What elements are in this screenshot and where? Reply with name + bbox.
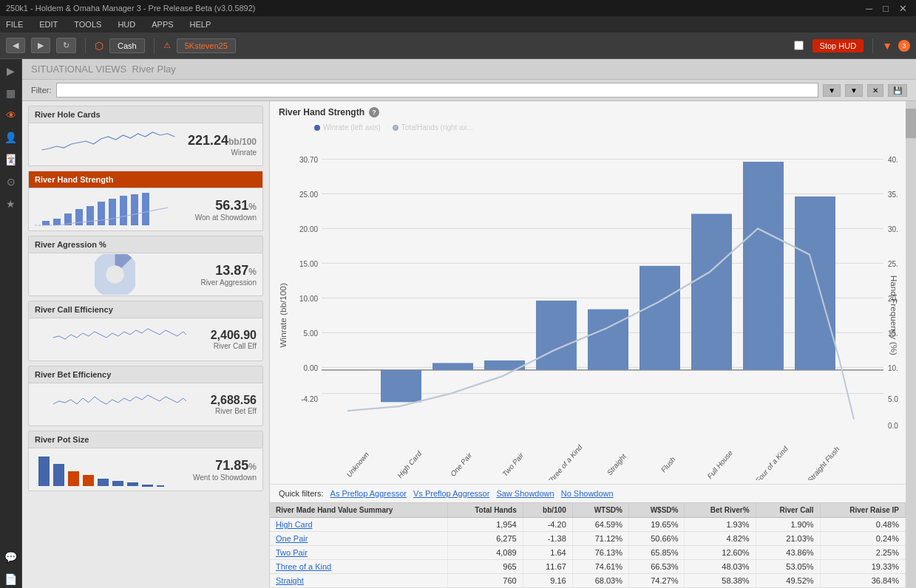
chart-legend: Winrate (left axis) TotalHands (right ax… — [314, 123, 898, 131]
svg-rect-21 — [98, 479, 109, 486]
menu-apps[interactable]: APPS — [149, 18, 176, 30]
menu-help[interactable]: HELP — [187, 18, 214, 30]
aggression-pie — [95, 254, 135, 295]
scroll-thumb[interactable] — [906, 109, 916, 138]
hole-cards-number: 221.24bb/100 — [188, 133, 257, 148]
chart-area: 30.70 25.00 20.00 15.00 10.00 5.00 0.00 … — [270, 134, 906, 484]
widget-hole-cards-body: 221.24bb/100 Winrate — [29, 123, 262, 165]
svg-text:15.00: 15.00 — [299, 259, 318, 268]
row-three-of-kind-bb100: 11.67 — [523, 560, 572, 574]
row-two-pair-wtsd: 76.13% — [572, 546, 628, 560]
svg-rect-7 — [120, 196, 127, 225]
row-one-pair-bet: 4.82% — [685, 532, 756, 546]
svg-text:Unknown: Unknown — [345, 450, 370, 479]
svg-rect-20 — [83, 475, 94, 486]
svg-text:10.00: 10.00 — [299, 293, 318, 303]
filter-dropdown-btn[interactable]: ▼ — [823, 84, 841, 97]
filter-clear-btn[interactable]: ✕ — [867, 84, 883, 97]
sidebar-icon-dashboard[interactable]: ▦ — [1, 84, 21, 102]
maximize-btn[interactable]: □ — [880, 3, 892, 14]
table-header-row: River Made Hand Value Summary Total Hand… — [270, 503, 906, 518]
svg-rect-0 — [42, 221, 50, 225]
filter-input[interactable] — [56, 83, 819, 98]
filter-badge: 3 — [898, 40, 910, 52]
sidebar-icon-star[interactable]: ★ — [1, 195, 21, 213]
toolbar-separator-2 — [154, 38, 155, 53]
svg-text:Full House: Full House — [706, 448, 734, 480]
row-one-pair-raise: 0.24% — [820, 532, 905, 546]
legend-winrate-label: Winrate (left axis) — [323, 123, 381, 131]
sidebar-icon-nav[interactable]: ▶ — [1, 62, 21, 80]
hand-strength-value: 56.31% Won at Showdown — [195, 198, 257, 222]
chart-header: River Hand Strength ? — [270, 101, 906, 123]
row-one-pair-call: 21.03% — [756, 532, 820, 546]
menu-tools[interactable]: TOOLS — [71, 18, 104, 30]
bet-eff-value: 2,688.56 River Bet Eff — [211, 394, 257, 415]
svg-text:Four of a Kind: Four of a Kind — [754, 444, 789, 480]
table-row: Two Pair 4,089 1.64 76.13% 65.85% 12.60%… — [270, 546, 906, 560]
hm-logo-icon: ⬡ — [95, 40, 104, 52]
legend-winrate-dot — [314, 125, 320, 131]
svg-text:0.00 %: 0.00 % — [888, 420, 898, 430]
svg-text:Straight Flush: Straight Flush — [807, 445, 841, 480]
close-btn[interactable]: ✕ — [896, 3, 910, 14]
menu-file[interactable]: FILE — [3, 18, 26, 30]
app-title: 250k1 - Holdem & Omaha Manager 3 - Pre R… — [6, 4, 256, 13]
menu-edit[interactable]: EDIT — [36, 18, 61, 30]
svg-rect-23 — [127, 482, 138, 486]
forward-btn[interactable]: ▶ — [31, 38, 50, 53]
sidebar-icon-cards[interactable]: 🃏 — [1, 151, 21, 168]
row-two-pair-call: 43.86% — [756, 546, 820, 560]
window-controls[interactable]: ─ □ ✕ — [863, 3, 910, 14]
row-three-of-kind-hands: 965 — [448, 560, 523, 574]
row-two-pair-wsd: 65.85% — [628, 546, 684, 560]
back-btn[interactable]: ◀ — [6, 38, 25, 53]
sidebar-icon-eye[interactable]: 👁 — [1, 106, 21, 124]
svg-rect-25 — [157, 485, 164, 487]
sidebar-icon-chat[interactable]: 💬 — [1, 548, 21, 566]
widget-hole-cards: River Hole Cards 221.24bb/100 Winrate — [28, 106, 263, 166]
row-one-pair-hand[interactable]: One Pair — [270, 532, 448, 546]
row-straight-bet: 58.38% — [685, 574, 756, 588]
svg-text:30.00 %: 30.00 % — [888, 224, 898, 233]
stop-hud-checkbox[interactable] — [794, 41, 804, 50]
sidebar-icon-circle[interactable]: ⊙ — [1, 173, 21, 191]
quick-filter-preflop-agg[interactable]: As Preflop Aggressor — [330, 489, 407, 498]
right-scrollbar[interactable] — [906, 101, 916, 588]
row-one-pair-wtsd: 71.12% — [572, 532, 628, 546]
svg-rect-22 — [112, 481, 123, 486]
row-two-pair-bet: 12.60% — [685, 546, 756, 560]
row-straight-hand[interactable]: Straight — [270, 574, 448, 588]
quick-filter-saw-showdown[interactable]: Saw Showdown — [496, 489, 554, 498]
row-two-pair-hand[interactable]: Two Pair — [270, 546, 448, 560]
row-high-card-hand[interactable]: High Card — [270, 518, 448, 532]
svg-text:5.00: 5.00 — [304, 328, 318, 338]
row-high-card-hands: 1,954 — [448, 518, 523, 532]
filter-apply-btn[interactable]: ▼ — [845, 84, 863, 97]
col-raise: River Raise IP — [820, 503, 905, 518]
quick-filter-no-showdown[interactable]: No Showdown — [561, 489, 614, 498]
sidebar-icon-person[interactable]: 👤 — [1, 129, 21, 146]
svg-text:High Card: High Card — [396, 449, 423, 480]
bet-eff-number: 2,688.56 — [211, 394, 257, 407]
sidebar-icon-report[interactable]: 📄 — [1, 570, 21, 588]
widget-aggression-header: River Agression % — [29, 236, 262, 253]
player-tab[interactable]: 5Ksteven25 — [177, 38, 236, 53]
row-one-pair-hands: 6,275 — [448, 532, 523, 546]
sv-subtitle: River Play — [129, 64, 176, 75]
legend-totalhands-dot — [393, 125, 398, 131]
stop-hud-button[interactable]: Stop HUD — [812, 39, 864, 52]
row-straight-hands: 760 — [448, 574, 523, 588]
minimize-btn[interactable]: ─ — [863, 3, 875, 14]
quick-filter-vs-preflop-agg[interactable]: Vs Preflop Aggressor — [413, 489, 489, 498]
refresh-btn[interactable]: ↻ — [56, 38, 76, 53]
bet-eff-chart — [35, 388, 205, 421]
menu-hud[interactable]: HUD — [115, 18, 138, 30]
cash-tab[interactable]: Cash — [109, 38, 145, 53]
svg-point-16 — [106, 266, 123, 284]
row-three-of-kind-wsd: 66.53% — [628, 560, 684, 574]
chart-help-icon[interactable]: ? — [369, 107, 379, 117]
aggression-chart — [35, 258, 194, 291]
filter-save-btn[interactable]: 💾 — [888, 84, 907, 97]
row-three-of-kind-hand[interactable]: Three of a Kind — [270, 560, 448, 574]
